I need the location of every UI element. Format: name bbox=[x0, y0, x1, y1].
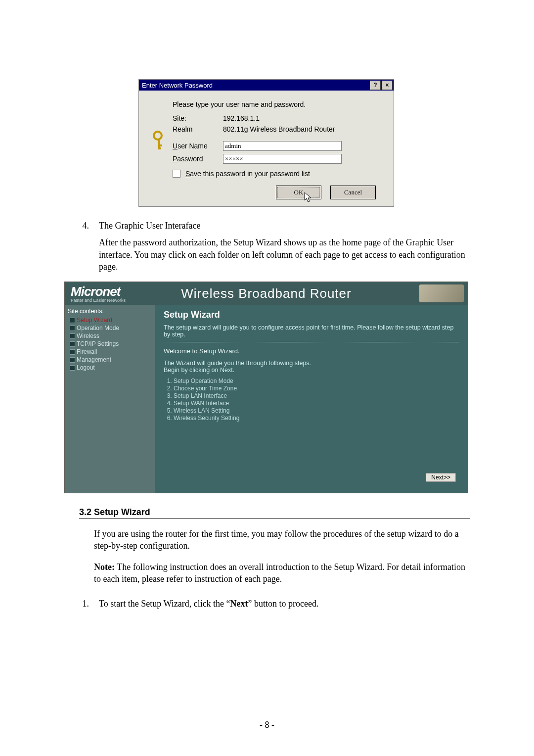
folder-icon bbox=[70, 341, 75, 347]
dialog-title: Enter Network Password bbox=[142, 82, 213, 89]
password-input[interactable] bbox=[223, 154, 342, 164]
logo: Micronet bbox=[71, 284, 126, 299]
next-button[interactable]: Next>> bbox=[426, 473, 456, 482]
main-heading: Setup Wizard bbox=[164, 310, 459, 320]
step-1: Setup Operation Mode bbox=[174, 378, 459, 384]
svg-rect-3 bbox=[158, 147, 161, 149]
list-item-4: 4. The Graphic User Interaface bbox=[64, 220, 470, 232]
svg-point-0 bbox=[154, 132, 162, 140]
item4-body: After the password authorization, the Se… bbox=[99, 236, 470, 273]
realm-value: 802.11g Wireless Broadband Router bbox=[223, 125, 385, 133]
sidebar: Site contents: Setup Wizard Operation Mo… bbox=[65, 305, 155, 493]
folder-icon bbox=[70, 326, 75, 331]
sidebar-root: Site contents: bbox=[68, 308, 152, 315]
begin-text: The Wizard will guide you the through fo… bbox=[164, 360, 459, 374]
password-label: Password bbox=[173, 155, 223, 163]
folder-icon bbox=[70, 333, 75, 339]
sidebar-item-wireless[interactable]: Wireless bbox=[68, 332, 152, 340]
main-intro: The setup wizard will guide you to confi… bbox=[164, 324, 459, 342]
close-button[interactable]: × bbox=[382, 81, 393, 90]
realm-label: Realm bbox=[173, 125, 223, 133]
ok-button[interactable]: OK bbox=[276, 186, 321, 199]
section-3-2-heading: 3.2 Setup Wizard bbox=[79, 507, 470, 519]
section-3-2-p1: If you are using the router for the firs… bbox=[94, 528, 470, 552]
site-value: 192.168.1.1 bbox=[223, 114, 385, 122]
sidebar-item-logout[interactable]: Logout bbox=[68, 364, 152, 372]
item4-number: 4. bbox=[64, 220, 99, 232]
site-label: Site: bbox=[173, 114, 223, 122]
sidebar-item-setup-wizard[interactable]: Setup Wizard bbox=[68, 316, 152, 324]
welcome-text: Welcome to Setup Wizard. bbox=[164, 347, 459, 355]
key-icon bbox=[152, 131, 169, 150]
item1-text: To start the Setup Wizard, click the “Ne… bbox=[99, 598, 470, 610]
folder-icon bbox=[70, 318, 75, 323]
step-5: Wireless LAN Setting bbox=[174, 407, 459, 414]
sidebar-item-firewall[interactable]: Firewall bbox=[68, 348, 152, 356]
sidebar-item-tcpip[interactable]: TCP/IP Settings bbox=[68, 340, 152, 348]
section-3-2-note: Note: The following instruction does an … bbox=[94, 561, 470, 585]
dialog-titlebar: Enter Network Password ? × bbox=[139, 80, 394, 91]
router-header-title: Wireless Broadband Router bbox=[181, 286, 351, 301]
save-password-label: Save this password in your password list bbox=[183, 170, 310, 178]
login-dialog: Enter Network Password ? × Please type y… bbox=[138, 79, 394, 207]
sidebar-item-operation-mode[interactable]: Operation Mode bbox=[68, 324, 152, 332]
router-header: Micronet Faster and Easier Networks Wire… bbox=[65, 282, 468, 305]
item1-number: 1. bbox=[64, 598, 99, 610]
folder-icon bbox=[70, 365, 75, 371]
folder-icon bbox=[70, 349, 75, 355]
sidebar-item-management[interactable]: Management bbox=[68, 356, 152, 364]
help-button[interactable]: ? bbox=[370, 81, 381, 90]
step-2: Choose your Time Zone bbox=[174, 385, 459, 392]
save-password-checkbox[interactable] bbox=[173, 170, 180, 178]
cursor-icon bbox=[304, 192, 313, 203]
list-item-1: 1. To start the Setup Wizard, click the … bbox=[64, 598, 470, 610]
svg-rect-2 bbox=[158, 144, 162, 146]
svg-rect-1 bbox=[158, 139, 160, 148]
username-input[interactable] bbox=[223, 141, 342, 151]
folder-icon bbox=[70, 357, 75, 363]
step-4: Setup WAN Interface bbox=[174, 400, 459, 407]
router-ui: Micronet Faster and Easier Networks Wire… bbox=[64, 282, 468, 493]
header-image bbox=[419, 284, 464, 302]
logo-subtitle: Faster and Easier Networks bbox=[71, 298, 126, 303]
username-label: User Name bbox=[173, 142, 223, 150]
cancel-button[interactable]: Cancel bbox=[330, 186, 376, 199]
dialog-prompt: Please type your user name and password. bbox=[173, 100, 385, 108]
wizard-steps: Setup Operation Mode Choose your Time Zo… bbox=[174, 378, 459, 422]
item4-title: The Graphic User Interaface bbox=[99, 220, 470, 232]
step-6: Wireless Security Setting bbox=[174, 415, 459, 422]
step-3: Setup LAN Interface bbox=[174, 392, 459, 399]
page-number: - 8 - bbox=[0, 720, 534, 730]
main-panel: Setup Wizard The setup wizard will guide… bbox=[155, 305, 468, 493]
